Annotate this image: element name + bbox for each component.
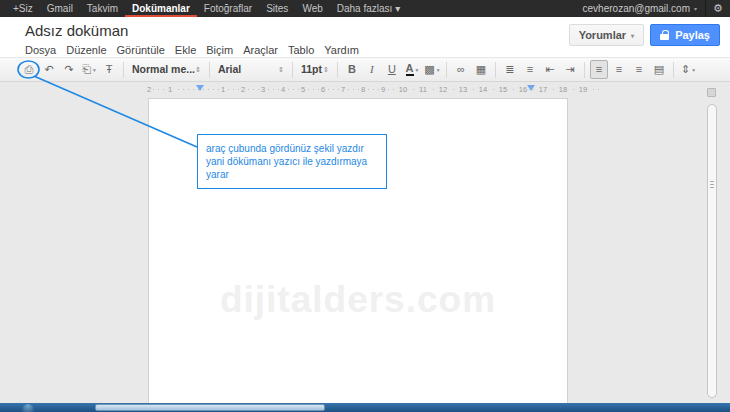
comments-button-label: Yorumlar [579, 29, 626, 41]
ruler-number: 14 [477, 85, 489, 94]
align-justify-button-glyph: ▤ [654, 61, 664, 78]
insert-image-button[interactable]: ▦ [472, 60, 490, 79]
menu-yardm[interactable]: Yardım [319, 44, 364, 56]
insert-link-button-glyph: ∞ [457, 61, 465, 78]
italic-button-glyph: I [370, 61, 374, 78]
scrollbar-grip-icon [710, 181, 714, 189]
print-icon[interactable]: ⎙ [20, 60, 38, 79]
text-color-button-glyph: A [406, 63, 414, 76]
bold-button[interactable]: B [343, 60, 361, 79]
ruler-number: 12 [437, 85, 449, 94]
line-spacing-button-glyph: ⇕ [681, 61, 690, 78]
font-size-dropdown[interactable]: 11pt⇕ [298, 60, 332, 79]
paint-format-icon[interactable]: Ŧ [100, 60, 118, 79]
align-center-button-glyph: ≡ [616, 61, 622, 78]
topbar-link-dokmanlar[interactable]: Dokümanlar [125, 0, 197, 17]
right-indent-marker[interactable] [527, 85, 535, 91]
decrease-indent-button[interactable]: ⇤ [541, 60, 559, 79]
ruler-number: 15 [497, 85, 509, 94]
lock-icon [660, 30, 669, 40]
dropdown-arrows-icon: ⇕ [323, 66, 329, 74]
toolbar-separator [446, 62, 447, 78]
scrollbar-thumb[interactable] [707, 104, 717, 398]
topbar-link-takvim[interactable]: Takvim [80, 0, 125, 17]
bold-button-glyph: B [348, 61, 356, 78]
text-color-button[interactable]: A▾ [403, 60, 421, 79]
align-left-button-glyph: ≡ [596, 61, 602, 78]
menu-bar: DosyaDüzenleGörüntüleEkleBiçimAraçlarTab… [20, 44, 364, 56]
account-caret-icon[interactable]: ▾ [694, 5, 705, 12]
numbered-list-button[interactable]: ≣ [501, 60, 519, 79]
toolbar-separator [673, 62, 674, 78]
align-center-button[interactable]: ≡ [610, 60, 628, 79]
topbar-link-siz[interactable]: +Siz [6, 0, 40, 17]
highlight-color-button-glyph: ▩ [424, 61, 434, 78]
scrollbar-top-button[interactable] [707, 88, 716, 97]
tutorial-callout: araç çubunda gördünüz şekil yazdıryani d… [197, 134, 387, 189]
undo-icon[interactable]: ↶ [40, 60, 58, 79]
ruler-number: 2 [239, 85, 247, 94]
menu-tablo[interactable]: Tablo [283, 44, 319, 56]
ruler-number: 11 [417, 85, 429, 94]
menu-ekle[interactable]: Ekle [170, 44, 201, 56]
topbar-account-area: cevherozan@gmail.com ▾ ⚙ [583, 0, 730, 17]
callout-text-line: araç çubunda gördünüz şekil yazdır [206, 142, 378, 155]
topbar-link-web[interactable]: Web [295, 0, 329, 17]
ruler-number: 2 [145, 85, 153, 94]
decrease-indent-button-glyph: ⇤ [545, 61, 554, 78]
share-button-label: Paylaş [675, 29, 710, 41]
share-button[interactable]: Paylaş [650, 24, 720, 46]
settings-button[interactable]: ⚙ [705, 0, 730, 17]
align-right-button-glyph: ≡ [636, 61, 642, 78]
menu-grntle[interactable]: Görüntüle [112, 44, 170, 56]
font-family-dropdown-glyph: Arial [218, 61, 241, 78]
callout-text-line: yani dökümanı yazıcı ile yazdırmaya [206, 155, 378, 168]
highlight-color-button[interactable]: ▩▾ [423, 60, 441, 79]
ruler-number: 8 [359, 85, 367, 94]
web-clipboard-icon[interactable]: ⎗▾ [80, 60, 98, 79]
increase-indent-button[interactable]: ⇥ [561, 60, 579, 79]
toolbar-separator [495, 62, 496, 78]
left-indent-marker[interactable] [196, 85, 204, 91]
topbar-link-sites[interactable]: Sites [259, 0, 295, 17]
doc-header: Adsız doküman DosyaDüzenleGörüntüleEkleB… [0, 17, 730, 57]
menu-dzenle[interactable]: Düzenle [61, 44, 111, 56]
menu-dosya[interactable]: Dosya [20, 44, 61, 56]
topbar-link-dahafazlas[interactable]: Daha fazlası ▾ [330, 0, 407, 17]
underline-button[interactable]: U [383, 60, 401, 79]
taskbar-window-button[interactable] [95, 404, 325, 411]
ruler-number: 19 [577, 85, 589, 94]
styles-dropdown[interactable]: Normal me...⇕ [129, 60, 204, 79]
menu-aralar[interactable]: Araçlar [238, 44, 283, 56]
underline-button-glyph: U [388, 61, 396, 78]
document-title[interactable]: Adsız doküman [25, 22, 128, 39]
comments-button[interactable]: Yorumlar ▾ [569, 24, 645, 46]
ruler-number: 17 [537, 85, 549, 94]
start-button[interactable] [22, 404, 34, 412]
bulleted-list-button[interactable]: ≡ [521, 60, 539, 79]
increase-indent-button-glyph: ⇥ [565, 61, 574, 78]
account-email[interactable]: cevherozan@gmail.com [583, 3, 694, 14]
align-justify-button[interactable]: ▤ [650, 60, 668, 79]
undo-icon-glyph: ↶ [44, 61, 53, 78]
align-left-button[interactable]: ≡ [590, 60, 608, 79]
redo-icon[interactable]: ↷ [60, 60, 78, 79]
menu-biim[interactable]: Biçim [201, 44, 238, 56]
ruler-number: 9 [379, 85, 387, 94]
italic-button[interactable]: I [363, 60, 381, 79]
caret-down-icon: ▾ [416, 67, 419, 73]
numbered-list-button-glyph: ≣ [505, 61, 514, 78]
align-right-button[interactable]: ≡ [630, 60, 648, 79]
topbar-link-gmail[interactable]: Gmail [40, 0, 80, 17]
google-bar: +SizGmailTakvimDokümanlarFotoğraflarSite… [0, 0, 730, 17]
topbar-link-fotoraflar[interactable]: Fotoğraflar [197, 0, 259, 17]
ruler-number: 6 [319, 85, 327, 94]
windows-taskbar [0, 403, 730, 412]
toolbar-separator [337, 62, 338, 78]
paint-format-icon-glyph: Ŧ [106, 61, 113, 78]
insert-link-button[interactable]: ∞ [452, 60, 470, 79]
ruler-number: 3 [259, 85, 267, 94]
line-spacing-button[interactable]: ⇕▾ [679, 60, 697, 79]
ruler-number: 10 [397, 85, 409, 94]
font-family-dropdown[interactable]: Arial⇕ [215, 60, 287, 79]
